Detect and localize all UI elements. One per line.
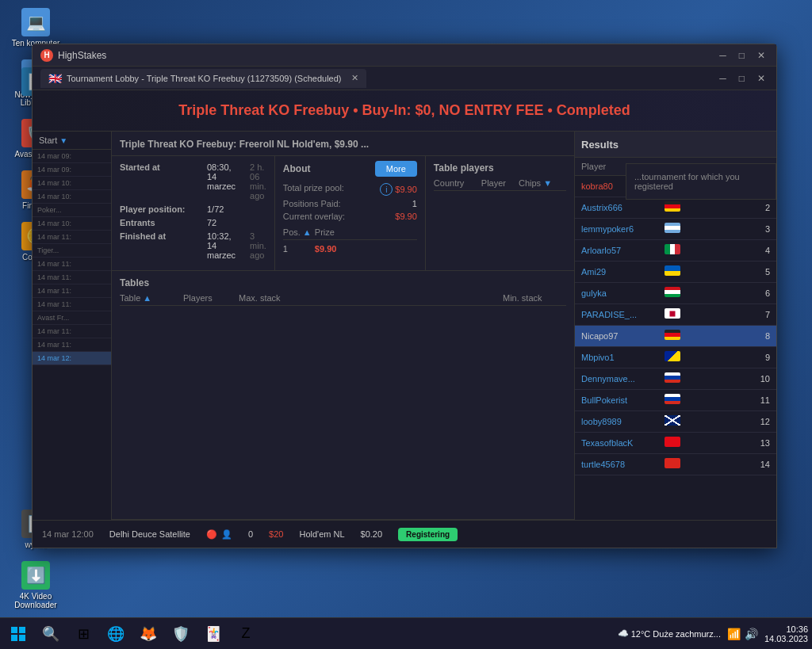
- player-name-4: Arloarlo57: [581, 246, 665, 255]
- list-item[interactable]: 14 mar 11:: [33, 271, 111, 284]
- results-row-5[interactable]: Ami29 5: [575, 262, 776, 283]
- list-item[interactable]: 14 mar 11:: [33, 258, 111, 271]
- desktop-icon-4kvideo[interactable]: ⬇️ 4K Video Downloader: [8, 561, 63, 609]
- tp-chips-header: Chips ▼: [519, 178, 566, 188]
- list-item[interactable]: 14 mar 09:: [33, 163, 111, 177]
- list-item[interactable]: 14 mar 11:: [33, 325, 111, 338]
- list-item[interactable]: 14 mar 12:: [33, 352, 111, 365]
- tab-close-button[interactable]: ✕: [351, 73, 358, 83]
- sidebar-start-control[interactable]: Start ▼: [39, 136, 105, 145]
- bottom-prize: $20: [269, 529, 283, 539]
- taskbar-icons: 🔍 ⊞ 🌐 🦊 🛡️ 🃏 Z: [36, 620, 260, 648]
- rank-13: 13: [748, 438, 770, 448]
- bottom-tournament-name: Delhi Deuce Satellite: [109, 529, 190, 539]
- list-item[interactable]: Poker...: [33, 204, 111, 217]
- player-name-3: lemmypoker6: [581, 224, 665, 234]
- results-row-12[interactable]: looby8989 12: [575, 411, 776, 433]
- prize-header-prize: Prize: [315, 227, 335, 237]
- player-name-12: looby8989: [581, 417, 665, 426]
- positions-paid-label: Positions Paid:: [283, 199, 341, 208]
- results-row-4[interactable]: Arloarlo57 4: [575, 240, 776, 262]
- 4kvideo-icon: ⬇️: [21, 561, 50, 590]
- prize-pool-value: $9.90: [395, 185, 417, 194]
- tournament-detail-title: Triple Threat KO Freebuy: Freeroll NL Ho…: [120, 139, 369, 150]
- chrome-taskbar-button[interactable]: 🌐: [102, 620, 130, 648]
- finished-value: 10:32, 14 marzec: [207, 231, 236, 260]
- sort-asc-icon: ▲: [143, 293, 151, 303]
- extra-taskbar-button[interactable]: Z: [232, 620, 260, 648]
- results-row-14[interactable]: turtle45678 14: [575, 454, 776, 475]
- results-row-8[interactable]: Nicapo97 8: [575, 326, 776, 347]
- country-13: [665, 436, 696, 450]
- results-row-13[interactable]: TexasofblacK 13: [575, 433, 776, 454]
- results-row-7[interactable]: PARADISE_... 7: [575, 304, 776, 326]
- results-row-11[interactable]: BullPokerist 11: [575, 390, 776, 411]
- icon-1: 🔴: [206, 529, 217, 540]
- positions-paid-value: 1: [412, 199, 417, 208]
- search-taskbar-button[interactable]: 🔍: [36, 620, 65, 648]
- table-header-players: Players: [183, 293, 239, 303]
- list-item[interactable]: 14 mar 11:: [33, 338, 111, 352]
- player-name-6: gulyka: [581, 288, 665, 298]
- tournament-banner-text: Triple Threat KO Freebuy • Buy-In: $0, N…: [48, 102, 760, 119]
- desktop-icon-computer[interactable]: 💻 Ten komputer: [8, 8, 63, 48]
- start-button[interactable]: [4, 620, 33, 648]
- rank-12: 12: [748, 417, 770, 426]
- bottom-icons: 🔴 👤: [206, 529, 232, 540]
- started-row: Started at 08:30, 14 marzec 2 h. 06 min.…: [120, 162, 266, 200]
- shield-taskbar-button[interactable]: 🛡️: [167, 620, 195, 648]
- minimize-button[interactable]: ─: [716, 50, 730, 61]
- info-icon[interactable]: i: [380, 183, 393, 196]
- prize-pool-label: Total prize pool:: [283, 183, 344, 196]
- list-item[interactable]: 14 mar 09:: [33, 150, 111, 163]
- prize-row: 1 $9.90: [283, 242, 417, 255]
- sound-icon: 🔊: [745, 628, 758, 640]
- results-row-10[interactable]: Dennymave... 10: [575, 368, 776, 390]
- rank-4: 4: [748, 246, 770, 255]
- close-button[interactable]: ✕: [754, 50, 768, 61]
- rank-9: 9: [748, 353, 770, 362]
- about-title: About: [283, 163, 311, 174]
- results-row-9[interactable]: Mbpivo1 9: [575, 347, 776, 368]
- list-item[interactable]: 14 mar 10:: [33, 190, 111, 204]
- flag-icon: 🇬🇧: [48, 72, 62, 85]
- more-button[interactable]: More: [375, 161, 417, 177]
- svg-rect-0: [11, 627, 17, 633]
- tournament-tab[interactable]: 🇬🇧 Tournament Lobby - Triple Threat KO F…: [40, 69, 366, 88]
- sidebar-list: 14 mar 09: 14 mar 09: 14 mar 10: 14 mar …: [33, 150, 111, 520]
- list-item[interactable]: 14 mar 11:: [33, 231, 111, 244]
- entrants-label: Entrants: [120, 218, 199, 227]
- country-7: [665, 307, 696, 322]
- tab-minimize-button[interactable]: ─: [716, 73, 730, 84]
- prize-amount: $9.90: [315, 244, 337, 254]
- country-2: [665, 200, 696, 215]
- results-row-3[interactable]: lemmypoker6 3: [575, 219, 776, 240]
- results-row-2[interactable]: Austrix666 2: [575, 197, 776, 219]
- rank-10: 10: [748, 374, 770, 384]
- country-12: [665, 414, 696, 429]
- weather-display: ☁️ 12°C Duże zachmurz...: [618, 628, 721, 639]
- rank-6: 6: [748, 288, 770, 298]
- player-name-7: PARADISE_...: [581, 310, 665, 319]
- rank-7: 7: [748, 310, 770, 319]
- taskview-taskbar-button[interactable]: ⊞: [69, 620, 98, 648]
- list-item[interactable]: Avast Fr...: [33, 311, 111, 325]
- maximize-button[interactable]: □: [736, 50, 748, 61]
- list-item[interactable]: 14 mar 10:: [33, 177, 111, 190]
- tab-maximize-button[interactable]: □: [736, 73, 748, 84]
- list-item[interactable]: 14 mar 11:: [33, 284, 111, 298]
- firefox-taskbar-button[interactable]: 🦊: [134, 620, 163, 648]
- player-name-5: Ami29: [581, 267, 665, 277]
- table-header-maxstack: Max. stack: [239, 293, 503, 303]
- player-name-14: turtle45678: [581, 460, 665, 469]
- tab-close-x-button[interactable]: ✕: [754, 73, 768, 84]
- list-item[interactable]: 14 mar 11:: [33, 298, 111, 311]
- list-item[interactable]: Tiger...: [33, 244, 111, 258]
- bottom-count: 0: [248, 529, 253, 539]
- poker-taskbar-button[interactable]: 🃏: [199, 620, 228, 648]
- list-item[interactable]: 14 mar 10:: [33, 217, 111, 231]
- cloud-icon: ☁️: [618, 628, 629, 639]
- registering-badge[interactable]: Registering: [398, 528, 458, 541]
- country-14: [665, 457, 696, 471]
- results-row-6[interactable]: gulyka 6: [575, 283, 776, 304]
